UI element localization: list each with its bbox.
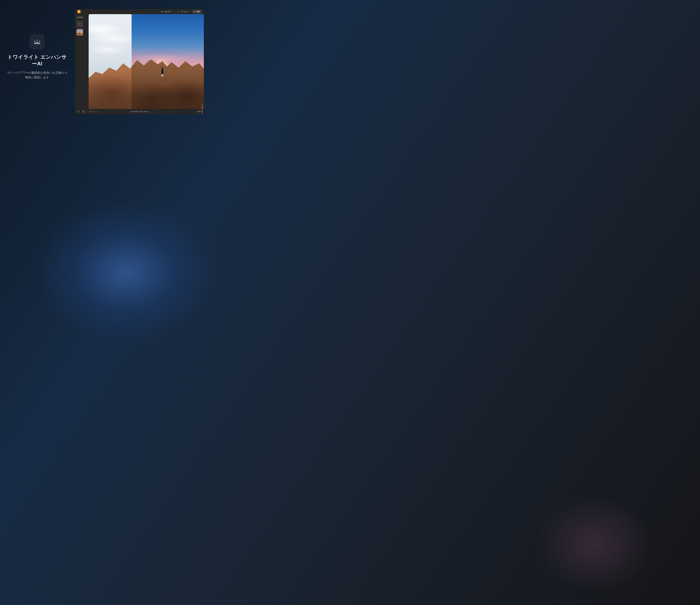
sliders-icon — [194, 10, 196, 13]
nav-presets[interactable]: プリセット — [176, 10, 191, 14]
promo-panel: トワイライト エンハンサーAI マジックアワーの魅惑的な色合いを正確かつ簡単に再… — [0, 0, 74, 114]
close-circle-icon — [82, 111, 84, 113]
heart-icon — [77, 111, 79, 113]
sunrise-icon — [33, 38, 41, 46]
actions-menu[interactable]: アクション ▾ — [89, 111, 99, 113]
nav-presets-label: プリセット — [180, 10, 189, 13]
app-logo-icon — [77, 10, 80, 13]
reject-button[interactable] — [82, 110, 85, 113]
plus-icon: + — [79, 23, 81, 26]
bottom-toolbar: アクション ▾ LUMINAR NEO.JPEG 81% ▾ — [75, 109, 204, 114]
nav-edit[interactable]: 編集 — [192, 10, 202, 14]
canvas-area — [89, 14, 204, 109]
svg-point-1 — [194, 12, 195, 12]
photo-compare — [89, 14, 204, 109]
photo-credit: © Asia Kolisnichenko — [201, 104, 203, 114]
filename-display: LUMINAR NEO.JPEG — [130, 111, 149, 113]
folder-icon — [161, 10, 163, 13]
promo-icon-box — [30, 34, 44, 49]
promo-title: トワイライト エンハンサーAI — [6, 54, 69, 67]
separator — [87, 111, 87, 113]
actions-label: アクション — [89, 111, 97, 113]
svg-point-0 — [195, 11, 195, 11]
promo-subtitle: マジックアワーの魅惑的な色合いを正確かつ簡単に再現します — [6, 70, 69, 80]
person-silhouette — [161, 68, 163, 74]
nav-catalog-label: カタログ — [164, 10, 171, 13]
app-window: ▾ カタログ プリセット 編集 レイヤー + — [75, 9, 204, 114]
layer-thumbnail[interactable] — [77, 29, 83, 35]
nav-catalog[interactable]: カタログ — [159, 10, 175, 14]
top-toolbar: ▾ カタログ プリセット 編集 — [75, 9, 204, 14]
chevron-down-icon: ▾ — [98, 111, 99, 113]
nav-edit-label: 編集 — [197, 10, 200, 13]
layers-title: レイヤー — [77, 16, 88, 19]
zoom-control[interactable]: 81% ▾ — [197, 111, 202, 113]
zoom-value: 81% — [197, 111, 201, 113]
favorite-button[interactable] — [77, 110, 80, 113]
sparkle-icon — [177, 10, 179, 13]
image-canvas[interactable] — [89, 14, 204, 109]
add-layer-button[interactable]: + — [77, 21, 83, 27]
app-menu-button[interactable]: ▾ — [77, 9, 83, 14]
layers-panel: レイヤー + — [75, 14, 89, 109]
chevron-down-icon: ▾ — [81, 11, 82, 13]
workspace: レイヤー + — [75, 14, 204, 109]
